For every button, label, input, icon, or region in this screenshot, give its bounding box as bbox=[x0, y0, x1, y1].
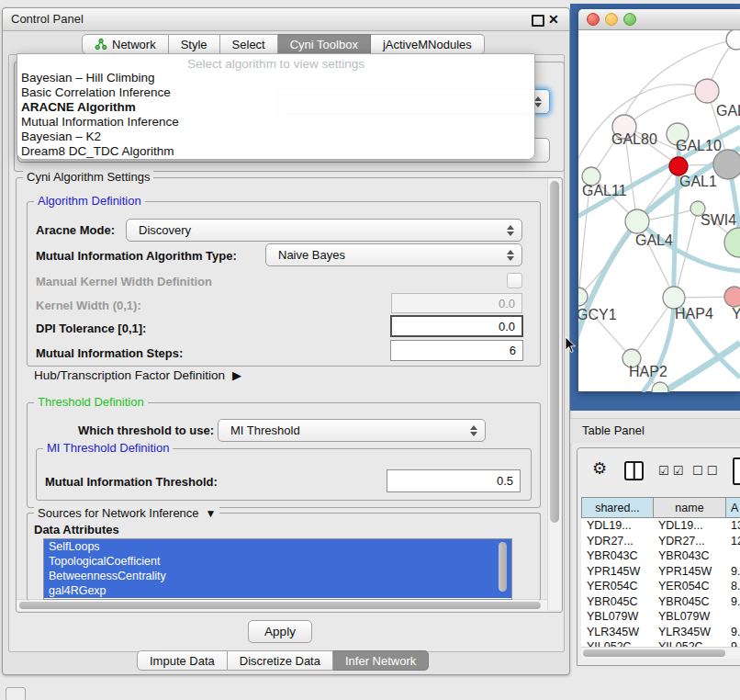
unchecked-columns-icon[interactable]: ☐☐ bbox=[692, 463, 721, 480]
settings-vertical-scrollbar-thumb[interactable] bbox=[550, 181, 559, 523]
column-header-name[interactable]: name bbox=[653, 497, 725, 518]
cell[interactable]: YBR043C bbox=[653, 548, 725, 564]
cell[interactable]: YBR045C bbox=[653, 594, 725, 610]
gear-icon[interactable]: ⚙ bbox=[592, 460, 611, 477]
cell[interactable]: 13 bbox=[725, 518, 740, 534]
node-label: HAP4 bbox=[675, 306, 713, 322]
table-row[interactable]: YPR145WYPR145W9. bbox=[581, 564, 740, 580]
mi-steps-field[interactable]: 6 bbox=[390, 340, 523, 361]
control-panel-title: Control Panel bbox=[3, 8, 569, 30]
cell[interactable]: 9. bbox=[725, 625, 740, 640]
network-canvas[interactable]: GAL GAL80 GAL10 GAL1 GAL11 GAL4 SWI4 GCY… bbox=[578, 30, 740, 392]
attribute-list-scrollbar-thumb[interactable] bbox=[499, 542, 507, 592]
tab-cyni-toolbox[interactable]: Cyni Toolbox bbox=[278, 34, 371, 54]
dropdown-item[interactable]: Mutual Information Inference bbox=[17, 115, 534, 130]
tab-select[interactable]: Select bbox=[220, 34, 278, 54]
cell[interactable]: 9. bbox=[725, 594, 740, 610]
table-row[interactable]: YDL19...YDL19...13 bbox=[581, 518, 740, 534]
cell[interactable]: YIL052C bbox=[581, 639, 653, 647]
dropdown-item[interactable]: Bayesian – Hill Climbing bbox=[17, 71, 534, 85]
table-row[interactable]: YIL052CYIL052C9 bbox=[581, 639, 740, 647]
tab-infer-network[interactable]: Infer Network bbox=[333, 650, 429, 671]
list-item[interactable]: gal4RGexp bbox=[44, 583, 511, 598]
node-gal4[interactable] bbox=[625, 209, 649, 233]
tab-jactivemnodules[interactable]: jActiveMNodules bbox=[371, 34, 485, 54]
node[interactable] bbox=[726, 30, 740, 50]
table-row[interactable]: YBR045CYBR045C9. bbox=[581, 594, 740, 610]
mi-threshold-field[interactable]: 0.5 bbox=[387, 469, 521, 492]
column-header-shared-name[interactable]: shared... bbox=[581, 497, 653, 518]
which-threshold-combobox[interactable]: MI Threshold bbox=[218, 419, 486, 442]
data-attributes-list[interactable]: SelfLoops TopologicalCoefficient Between… bbox=[43, 538, 512, 600]
dropdown-item-selected[interactable]: ARACNE Algorithm bbox=[17, 100, 534, 115]
settings-horizontal-scrollbar-thumb[interactable] bbox=[19, 602, 541, 609]
cell[interactable]: 9. bbox=[725, 564, 740, 580]
cell[interactable]: YDR27... bbox=[581, 534, 653, 549]
list-item[interactable]: SelfLoops bbox=[44, 539, 511, 554]
cell[interactable]: YBL079W bbox=[653, 609, 725, 625]
dropdown-placeholder: Select algorithm to view settings bbox=[17, 54, 534, 71]
cell[interactable] bbox=[725, 548, 740, 564]
table-row[interactable]: YER054CYER054C8. bbox=[581, 579, 740, 594]
close-panel-icon[interactable]: ✕ bbox=[548, 13, 559, 26]
apply-button[interactable]: Apply bbox=[248, 620, 312, 643]
cell[interactable]: YBR043C bbox=[581, 548, 653, 564]
node[interactable] bbox=[724, 287, 740, 307]
hub-transcription-expander[interactable]: Hub/Transcription Factor Definition ▶ bbox=[34, 368, 241, 382]
manual-kernel-width-checkbox[interactable] bbox=[507, 273, 522, 288]
node[interactable] bbox=[713, 150, 740, 179]
settings-vertical-scrollbar[interactable] bbox=[547, 178, 561, 610]
cell[interactable] bbox=[725, 609, 740, 625]
aracne-mode-combobox[interactable]: Discovery bbox=[126, 219, 522, 242]
node[interactable] bbox=[695, 79, 719, 103]
cell[interactable]: YPR145W bbox=[581, 564, 653, 580]
tab-impute-data[interactable]: Impute Data bbox=[137, 650, 228, 671]
which-threshold-label: Which threshold to use: bbox=[78, 423, 214, 438]
cell[interactable]: YBL079W bbox=[581, 609, 653, 625]
list-item[interactable]: BetweennessCentrality bbox=[44, 569, 511, 583]
combo-stepper-icon bbox=[534, 96, 542, 107]
node-label: GAL10 bbox=[676, 138, 722, 153]
sources-collapser[interactable]: Sources for Network Inference ▼ bbox=[34, 506, 219, 520]
cell[interactable]: YDL19... bbox=[581, 518, 653, 534]
cell[interactable]: 12 bbox=[725, 534, 740, 549]
table-row[interactable]: YDR27...YDR27...12 bbox=[581, 534, 740, 549]
cell[interactable]: YPR145W bbox=[653, 564, 725, 580]
dropdown-item[interactable]: Basic Correlation Inference bbox=[17, 85, 534, 100]
checked-columns-icon[interactable]: ☑☑ bbox=[658, 463, 687, 480]
cell[interactable]: 8. bbox=[725, 579, 740, 594]
cell[interactable]: YLR345W bbox=[653, 625, 725, 640]
tab-style[interactable]: Style bbox=[169, 34, 220, 54]
export-table-icon[interactable] bbox=[733, 457, 740, 485]
node-gal1-selected[interactable] bbox=[669, 157, 688, 175]
tab-network[interactable]: Network bbox=[82, 34, 169, 54]
dock-panel-button[interactable] bbox=[6, 687, 26, 700]
cell[interactable]: YER054C bbox=[653, 579, 725, 594]
table-row[interactable]: YBR043CYBR043C bbox=[581, 548, 740, 564]
mi-algorithm-type-combobox[interactable]: Naive Bayes bbox=[265, 243, 522, 266]
table-row[interactable]: YLR345WYLR345W9. bbox=[581, 625, 740, 640]
kernel-width-field[interactable]: 0.0 bbox=[391, 293, 522, 313]
columns-icon[interactable] bbox=[624, 461, 644, 480]
table-rows: YDL19...YDL19...13 YDR27...YDR27...12 YB… bbox=[581, 518, 740, 647]
close-window-button[interactable] bbox=[587, 13, 600, 26]
cell[interactable]: YLR345W bbox=[581, 625, 653, 640]
cell[interactable]: YBR045C bbox=[581, 594, 653, 610]
dropdown-item[interactable]: Bayesian – K2 bbox=[17, 130, 534, 144]
table-row[interactable]: YBL079WYBL079W bbox=[581, 609, 740, 625]
cell[interactable]: 9 bbox=[725, 639, 740, 647]
cell[interactable]: YER054C bbox=[581, 579, 653, 594]
tab-discretize-data[interactable]: Discretize Data bbox=[228, 650, 333, 671]
dpi-tolerance-field[interactable]: 0.0 bbox=[390, 315, 523, 337]
cell[interactable]: YIL052C bbox=[653, 639, 725, 647]
column-header[interactable]: A bbox=[725, 497, 740, 518]
cell[interactable]: YDR27... bbox=[653, 534, 725, 549]
list-item[interactable]: TopologicalCoefficient bbox=[44, 554, 511, 569]
dropdown-item[interactable]: Dream8 DC_TDC Algorithm bbox=[17, 144, 534, 159]
table-horizontal-scrollbar-thumb[interactable] bbox=[583, 649, 725, 657]
minimize-window-button[interactable] bbox=[605, 13, 618, 26]
float-panel-icon[interactable] bbox=[532, 15, 544, 27]
cell[interactable]: YDL19... bbox=[653, 518, 725, 534]
zoom-window-button[interactable] bbox=[623, 13, 636, 26]
table-horizontal-scrollbar[interactable] bbox=[581, 647, 740, 659]
